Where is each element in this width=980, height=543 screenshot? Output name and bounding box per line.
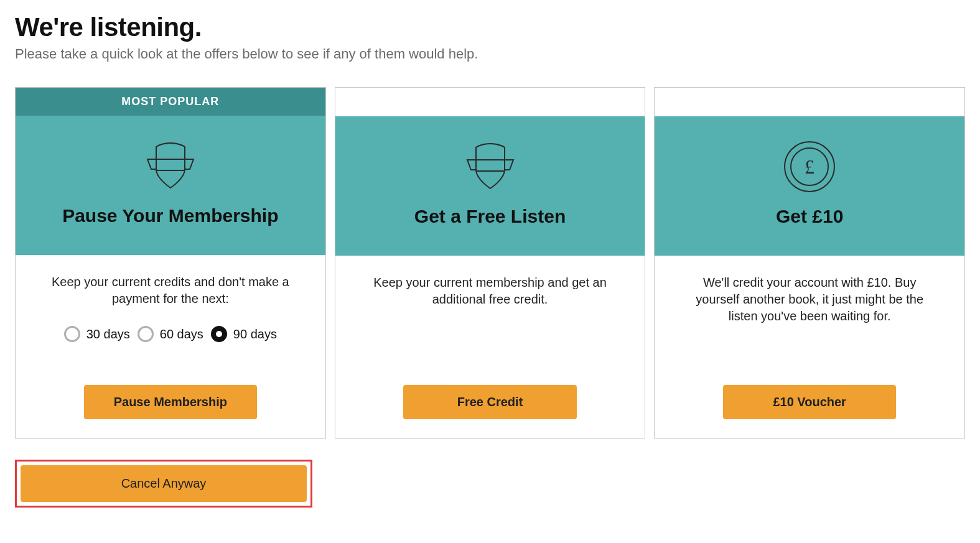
card-text: We'll credit your account with £10. Buy … xyxy=(682,274,937,325)
card-free-listen: Get a Free Listen Keep your current memb… xyxy=(335,87,646,439)
card-text: Keep your current membership and get an … xyxy=(363,274,618,308)
card-body: We'll credit your account with £10. Buy … xyxy=(655,256,964,335)
shield-ribbon-icon xyxy=(136,138,205,194)
cancel-anyway-button[interactable]: Cancel Anyway xyxy=(21,465,307,502)
svg-rect-0 xyxy=(156,159,185,170)
card-header: Get a Free Listen xyxy=(335,116,645,256)
svg-rect-1 xyxy=(476,160,505,171)
card-pause-membership: MOST POPULAR Pause Your Membership Keep … xyxy=(15,87,326,439)
radio-circle-icon xyxy=(64,326,80,342)
card-footer: Pause Membership xyxy=(16,385,325,438)
radio-label: 60 days xyxy=(160,327,203,341)
pound-coin-icon: £ xyxy=(782,139,838,195)
card-body: Keep your current credits and don't make… xyxy=(16,255,325,352)
card-title: Get £10 xyxy=(776,206,843,227)
page-title: We're listening. xyxy=(15,12,965,42)
card-footer: Free Credit xyxy=(335,385,645,438)
pause-membership-button[interactable]: Pause Membership xyxy=(84,385,258,419)
radio-30-days[interactable]: 30 days xyxy=(64,326,130,342)
card-text: Keep your current credits and don't make… xyxy=(43,274,298,307)
pause-duration-radios: 30 days 60 days 90 days xyxy=(43,326,298,342)
card-title: Pause Your Membership xyxy=(62,205,278,226)
offer-cards: MOST POPULAR Pause Your Membership Keep … xyxy=(15,87,965,439)
radio-circle-icon xyxy=(138,326,154,342)
shield-ribbon-icon xyxy=(456,139,525,195)
svg-text:£: £ xyxy=(805,155,814,178)
card-get-ten-pounds: £ Get £10 We'll credit your account with… xyxy=(654,87,965,439)
most-popular-badge: MOST POPULAR xyxy=(16,88,325,116)
card-header: Pause Your Membership xyxy=(16,116,325,255)
radio-label: 30 days xyxy=(86,327,130,341)
page-subtitle: Please take a quick look at the offers b… xyxy=(15,46,965,62)
card-body: Keep your current membership and get an … xyxy=(335,256,645,318)
card-title: Get a Free Listen xyxy=(414,206,566,227)
card-footer: £10 Voucher xyxy=(655,385,964,438)
radio-circle-icon xyxy=(211,326,227,342)
free-credit-button[interactable]: Free Credit xyxy=(403,385,577,419)
card-header: £ Get £10 xyxy=(655,116,964,256)
radio-label: 90 days xyxy=(233,327,277,341)
radio-90-days[interactable]: 90 days xyxy=(211,326,277,342)
ten-pound-voucher-button[interactable]: £10 Voucher xyxy=(723,385,897,419)
radio-60-days[interactable]: 60 days xyxy=(138,326,203,342)
cancel-anyway-highlight: Cancel Anyway xyxy=(15,460,312,508)
